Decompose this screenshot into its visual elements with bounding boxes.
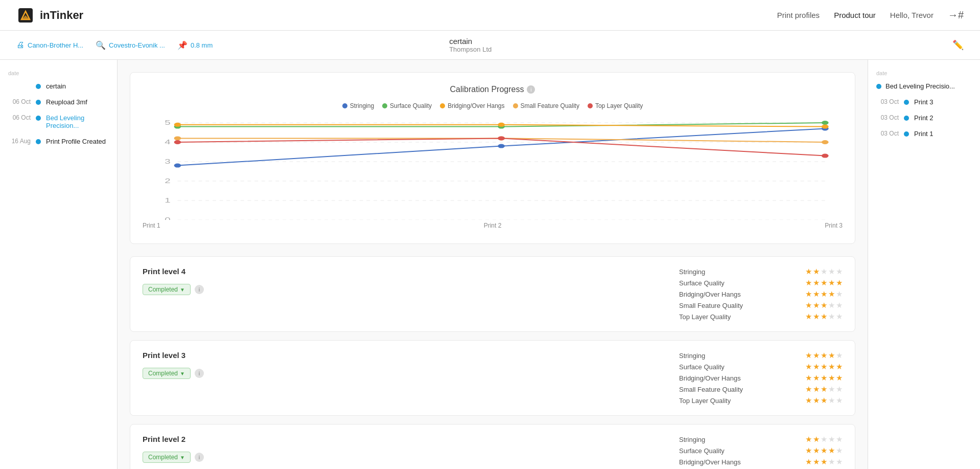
rating-label: Bridging/Over Hangs [679, 291, 799, 298]
star-full: ★ [828, 289, 835, 299]
timeline-date: 03 Oct [876, 114, 899, 121]
app-header: inTinker Print profiles Product tour Hel… [0, 0, 980, 31]
star-full: ★ [805, 301, 812, 310]
star-rating: ★★★★★ [805, 312, 843, 321]
printer-item[interactable]: 🖨 Canon-Brother H... [16, 40, 83, 50]
svg-point-23 [822, 125, 829, 129]
ratings-table: Stringing ★★★★★ Surface Quality ★★★★★ Br… [679, 267, 843, 321]
star-rating: ★★★★★ [805, 385, 843, 394]
nav-product-tour[interactable]: Product tour [834, 11, 876, 19]
rating-label: Top Layer Quality [679, 313, 799, 321]
status-badge[interactable]: Completed ▼ [143, 368, 191, 379]
rating-label: Small Feature Quality [679, 386, 799, 393]
edit-icon[interactable]: ✏️ [952, 39, 964, 51]
star-full: ★ [805, 289, 812, 299]
print-level-card: Print level 2 Completed ▼ i Stringing ★★… [130, 424, 855, 469]
chart-svg: 5 4 3 2 1 0 [143, 118, 843, 220]
rating-label: Surface Quality [679, 279, 799, 287]
status-badge[interactable]: Completed ▼ [143, 452, 191, 463]
star-empty: ★ [836, 312, 843, 321]
right-timeline: 03 Oct Print 3 03 Oct Print 2 03 Oct Pri… [868, 94, 980, 142]
star-empty: ★ [836, 446, 843, 455]
legend-dot [440, 103, 445, 108]
right-timeline-item[interactable]: 03 Oct Print 2 [868, 110, 980, 126]
left-timeline-item[interactable]: 06 Oct Bed Leveling Precision... [0, 110, 117, 133]
timeline-dot [36, 84, 41, 89]
star-full: ★ [805, 362, 812, 371]
nav-user-greeting[interactable]: Hello, Trevor [890, 11, 934, 19]
star-half: ★ [828, 351, 835, 360]
card-header: Print level 2 [143, 435, 204, 443]
star-full: ★ [821, 446, 827, 455]
status-badge[interactable]: Completed ▼ [143, 284, 191, 295]
dropdown-arrow-icon: ▼ [180, 455, 185, 460]
left-timeline: certain 06 Oct Reupload 3mf 06 Oct Bed L… [0, 78, 117, 149]
rating-row: Surface Quality ★★★★★ [679, 446, 843, 455]
svg-point-28 [498, 136, 505, 140]
chart-info-icon[interactable]: i [527, 85, 535, 94]
rating-label: Bridging/Over Hangs [679, 458, 799, 466]
star-full: ★ [805, 351, 812, 360]
star-full: ★ [821, 351, 827, 360]
timeline-date: 06 Oct [8, 98, 31, 105]
right-timeline-item[interactable]: 03 Oct Print 3 [868, 94, 980, 110]
svg-point-16 [498, 144, 505, 148]
nozzle-icon: 📌 [177, 40, 188, 50]
chart-x-labels: Print 1 Print 2 Print 3 [143, 220, 843, 231]
rating-row: Small Feature Quality ★★★★★ [679, 385, 843, 394]
rating-row: Surface Quality ★★★★★ [679, 362, 843, 371]
info-button[interactable]: i [195, 285, 204, 294]
ratings-table: Stringing ★★★★★ Surface Quality ★★★★★ Br… [679, 351, 843, 405]
printer-icon: 🖨 [16, 40, 25, 50]
star-full: ★ [828, 278, 835, 287]
timeline-label: Print 1 [914, 130, 934, 138]
star-rating: ★★★★★ [805, 267, 843, 276]
svg-text:4: 4 [165, 139, 170, 146]
timeline-date: 06 Oct [8, 114, 31, 121]
legend-item-top-layer-quality: Top Layer Quality [588, 102, 643, 109]
nozzle-item[interactable]: 📌 0.8 mm [177, 40, 213, 50]
star-full: ★ [813, 301, 820, 310]
left-timeline-item[interactable]: certain [0, 78, 117, 94]
legend-item-stringing: Stringing [342, 102, 374, 109]
info-button[interactable]: i [195, 453, 204, 462]
legend-item-bridging/over-hangs: Bridging/Over Hangs [440, 102, 504, 109]
status-label: Completed [148, 454, 178, 461]
star-empty: ★ [828, 435, 835, 444]
star-rating: ★★★★★ [805, 351, 843, 360]
svg-point-24 [174, 136, 181, 140]
star-full: ★ [805, 435, 812, 444]
left-timeline-item[interactable]: 16 Aug Print Profile Created [0, 133, 117, 149]
material-item[interactable]: 🔍 Covestro-Evonik ... [96, 40, 165, 50]
ratings-section: Stringing ★★★★★ Surface Quality ★★★★★ Br… [679, 351, 843, 405]
card-left: Print level 4 Completed ▼ i [143, 267, 204, 295]
nav-print-profiles[interactable]: Print profiles [777, 11, 820, 19]
legend-dot [588, 103, 593, 108]
right-timeline-item[interactable]: 03 Oct Print 1 [868, 126, 980, 142]
left-timeline-item[interactable]: 06 Oct Reupload 3mf [0, 94, 117, 110]
info-button[interactable]: i [195, 369, 204, 378]
print-level-card: Print level 4 Completed ▼ i Stringing ★★… [130, 256, 855, 332]
nozzle-label: 0.8 mm [191, 41, 213, 49]
chart-legend: StringingSurface QualityBridging/Over Ha… [143, 102, 843, 109]
star-full: ★ [813, 446, 820, 455]
x-label-2: Print 2 [484, 222, 502, 229]
star-full: ★ [813, 373, 820, 383]
star-rating: ★★★★★ [805, 362, 843, 371]
legend-label: Top Layer Quality [595, 102, 643, 109]
left-sidebar: date certain 06 Oct Reupload 3mf 06 Oct … [0, 60, 118, 469]
star-full: ★ [836, 362, 843, 371]
star-empty: ★ [828, 267, 835, 276]
print-cards: Print level 4 Completed ▼ i Stringing ★★… [130, 256, 855, 469]
rating-row: Stringing ★★★★★ [679, 351, 843, 360]
card-content: Print level 4 Completed ▼ i Stringing ★★… [143, 267, 843, 321]
timeline-label: Reupload 3mf [46, 98, 87, 106]
svg-point-26 [822, 140, 829, 144]
timeline-dot [36, 116, 41, 121]
logo-text: inTinker [40, 9, 83, 22]
star-full: ★ [813, 362, 820, 371]
star-rating: ★★★★★ [805, 457, 843, 466]
star-empty: ★ [836, 396, 843, 405]
star-empty: ★ [836, 301, 843, 310]
logout-icon[interactable]: →# [948, 9, 964, 21]
